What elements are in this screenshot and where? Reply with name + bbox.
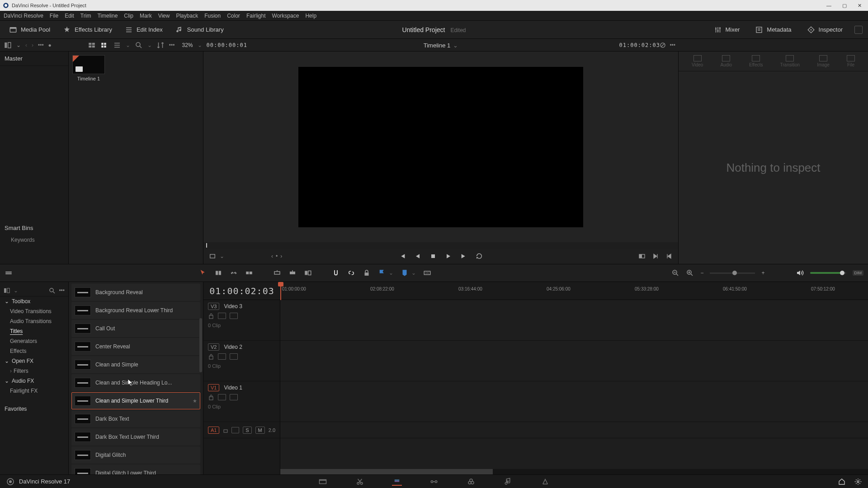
play-icon[interactable] — [445, 253, 452, 260]
menu-clip[interactable]: Clip — [124, 13, 133, 19]
panel-layout-icon[interactable] — [4, 287, 10, 294]
page-fusion[interactable] — [429, 478, 439, 486]
menu-view[interactable]: View — [158, 13, 170, 19]
menu-timeline[interactable]: Timeline — [97, 13, 118, 19]
video-track-header[interactable]: V2Video 20 Clip — [203, 341, 280, 381]
inspector-button[interactable]: Inspector — [803, 24, 846, 36]
lock-icon[interactable] — [208, 394, 214, 400]
sort-icon[interactable] — [156, 41, 165, 49]
effects-library-button[interactable]: Effects Library — [59, 24, 116, 36]
auto-select-icon[interactable] — [218, 353, 226, 360]
trim-tool-icon[interactable] — [214, 269, 222, 277]
tree-effects[interactable]: Effects — [0, 346, 68, 356]
title-preset-item[interactable]: Clean and Simple Lower Third★ — [71, 392, 200, 409]
edit-index-button[interactable]: Edit Index — [121, 24, 166, 36]
replace-clip-icon[interactable] — [304, 269, 312, 277]
menu-mark[interactable]: Mark — [140, 13, 152, 19]
tree-open-fx[interactable]: ⌄Open FX — [0, 356, 68, 366]
page-deliver[interactable] — [540, 478, 550, 486]
inspector-tab-video[interactable]: Video — [692, 55, 703, 67]
home-icon[interactable] — [838, 478, 845, 485]
play-reverse-icon[interactable] — [414, 253, 421, 260]
menu-fairlight[interactable]: Fairlight — [246, 13, 266, 19]
title-preset-item[interactable]: Clean and Simple Heading Lo... — [71, 374, 200, 391]
page-fairlight[interactable] — [503, 478, 513, 486]
track-id-badge[interactable]: V1 — [208, 384, 219, 391]
mixer-button[interactable]: Mixer — [710, 24, 744, 36]
inspector-tab-transition[interactable]: Transition — [780, 55, 800, 67]
dynamic-trim-icon[interactable] — [230, 269, 238, 277]
timeline-playhead-timecode[interactable]: 01:00:02:03 — [203, 286, 280, 296]
inspector-tab-image[interactable]: Image — [817, 55, 830, 67]
close-button[interactable]: ✕ — [858, 3, 862, 9]
tree-filters[interactable]: ›Filters — [0, 366, 68, 376]
scrollbar[interactable] — [199, 318, 202, 372]
video-track-header[interactable]: V1Video 10 Clip — [203, 381, 280, 422]
search-icon[interactable] — [135, 41, 143, 49]
inspector-tab-audio[interactable]: Audio — [720, 55, 732, 67]
timeline-horizontal-scrollbar[interactable] — [280, 469, 868, 474]
titles-list[interactable]: Background RevealBackground Reveal Lower… — [69, 282, 203, 474]
timeline-zoom-slider[interactable] — [710, 272, 755, 274]
match-frame-icon[interactable] — [209, 253, 216, 260]
title-preset-item[interactable]: Dark Box Text — [71, 410, 200, 427]
auto-select-icon[interactable] — [218, 394, 226, 400]
page-cut[interactable] — [355, 478, 365, 486]
dim-badge[interactable]: DIM — [853, 270, 864, 276]
viewer-canvas[interactable] — [298, 67, 583, 227]
list-view-icon[interactable] — [113, 41, 121, 49]
inspector-tab-file[interactable]: File — [847, 55, 855, 67]
tree-audio-transitions[interactable]: Audio Transitions — [0, 316, 68, 326]
first-frame-icon[interactable] — [399, 253, 406, 260]
position-lock-icon[interactable] — [363, 269, 371, 277]
metadata-view-icon[interactable] — [88, 41, 96, 49]
caption-icon[interactable]: CC — [423, 269, 431, 277]
insert-clip-icon[interactable] — [273, 269, 281, 277]
page-color[interactable] — [466, 478, 476, 486]
viewer-scrubber[interactable] — [203, 242, 678, 249]
media-pool-grid[interactable]: Timeline 1 — [69, 52, 203, 264]
flag-icon[interactable] — [378, 269, 386, 277]
zoom-in-icon[interactable] — [686, 269, 694, 277]
title-preset-item[interactable]: Dark Box Text Lower Third — [71, 428, 200, 446]
loop-icon[interactable] — [476, 253, 483, 260]
menu-help[interactable]: Help — [305, 13, 316, 19]
settings-icon[interactable] — [854, 478, 862, 485]
audio-track-header[interactable]: A1SM2.0 — [203, 422, 280, 438]
track-id-badge[interactable]: V2 — [208, 343, 219, 351]
viewer-zoom[interactable]: 32% — [182, 42, 193, 48]
overwrite-clip-icon[interactable] — [288, 269, 297, 277]
title-preset-item[interactable]: Digital Glitch Lower Third — [71, 465, 200, 474]
next-marker-icon[interactable] — [652, 253, 659, 260]
media-pool-button[interactable]: Media Pool — [5, 24, 54, 36]
minimize-button[interactable]: — — [826, 3, 831, 9]
marker-icon[interactable] — [401, 269, 409, 277]
thumbnail-view-icon[interactable] — [100, 41, 108, 49]
tree-fairlight-fx[interactable]: Fairlight FX — [0, 386, 68, 396]
linked-selection-icon[interactable] — [347, 269, 355, 277]
menu-file[interactable]: File — [50, 13, 58, 19]
title-preset-item[interactable]: Background Reveal Lower Third — [71, 302, 200, 319]
menu-color[interactable]: Color — [227, 13, 240, 19]
track-lanes[interactable] — [280, 300, 868, 474]
metadata-button[interactable]: Metadata — [751, 24, 795, 36]
title-preset-item[interactable]: Clean and Simple — [71, 356, 200, 373]
tree-toolbox[interactable]: ⌄Toolbox — [0, 296, 68, 306]
tree-generators[interactable]: Generators — [0, 336, 68, 346]
stop-icon[interactable] — [429, 253, 437, 260]
favorite-star-icon[interactable]: ★ — [193, 398, 197, 404]
title-preset-item[interactable]: Digital Glitch — [71, 446, 200, 464]
auto-select-icon[interactable] — [218, 313, 226, 319]
mute-button[interactable]: M — [255, 427, 265, 434]
menu-trim[interactable]: Trim — [80, 13, 91, 19]
bin-view-icon[interactable] — [4, 41, 12, 49]
title-preset-item[interactable]: Call Out — [71, 320, 200, 337]
track-enable-icon[interactable] — [230, 394, 238, 400]
menu-fusion[interactable]: Fusion — [204, 13, 221, 19]
menu-workspace[interactable]: Workspace — [272, 13, 299, 19]
maximize-button[interactable]: ▢ — [842, 3, 847, 9]
fx-search-icon[interactable] — [49, 287, 55, 294]
match-frame-dest-icon[interactable] — [638, 253, 646, 260]
title-preset-item[interactable]: Center Reveal — [71, 338, 200, 355]
audio-track-id-badge[interactable]: A1 — [208, 427, 219, 434]
